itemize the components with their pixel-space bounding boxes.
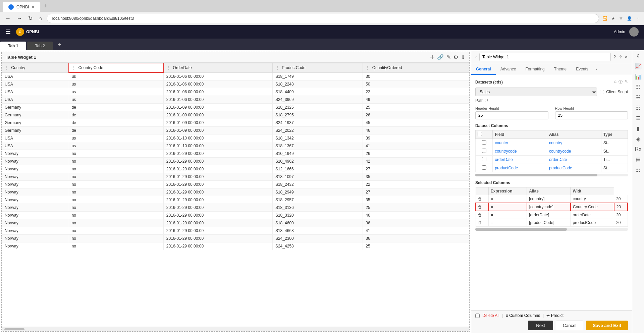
table-wrapper[interactable]: ⋮ Country ⋮ Country Code ⇦ ⋮ OrderDate [2,63,469,327]
download-icon[interactable]: ⇓ [461,54,465,60]
column-cell[interactable]: orderDate [493,156,547,164]
side-nav-map-icon[interactable]: ☷ [636,105,641,111]
column-cell[interactable]: country [547,139,601,147]
datasets-edit-icon[interactable]: ✎ [625,79,628,85]
column-checkbox[interactable] [482,165,486,170]
user-avatar[interactable] [629,27,639,37]
column-row[interactable]: productCodeproductCodeSt... [476,164,628,172]
trash-cell[interactable]: 🗑 [476,219,488,227]
trash-cell[interactable]: 🗑 [476,211,488,219]
drag-handle[interactable]: ⋮ [5,65,9,70]
h-scrollbar-thumb[interactable] [4,328,24,330]
selected-scroll-thumb[interactable] [475,228,567,231]
side-nav-layers-icon[interactable]: ☵ [636,94,641,101]
side-nav-table-icon[interactable]: ☷ [636,84,641,90]
delete-all-checkbox[interactable] [475,314,480,318]
column-checkbox-cell[interactable] [476,156,493,164]
column-cell[interactable]: countrycode [547,147,601,156]
bottom-scroll[interactable] [2,327,469,331]
column-cell[interactable]: orderDate [547,156,601,164]
alias-cell[interactable]: country [571,195,614,203]
link-icon[interactable]: 🔗 [437,54,444,60]
col-header-country[interactable]: ⋮ Country [2,63,69,72]
menu-icon[interactable]: ⋮ [636,16,640,21]
column-cell[interactable]: countrycode [493,147,547,156]
extension-icon[interactable]: ⚛ [619,16,623,21]
alias-cell[interactable]: Country Code [571,203,614,211]
header-height-input[interactable] [475,111,548,119]
home-button[interactable]: ⌂ [37,14,43,23]
panel-close-icon[interactable]: ✕ [625,55,628,59]
column-checkbox[interactable] [482,149,486,153]
dash-tab-2[interactable]: Tab 2 [27,42,53,50]
dash-tab-1[interactable]: Tab 1 [0,42,26,50]
column-cell[interactable]: productCode [493,164,547,172]
col-header-country-code[interactable]: ⋮ Country Code ⇦ [69,63,163,72]
side-nav-dashboard-icon[interactable]: ◊ [637,53,640,59]
predict-button[interactable]: ⇌ Predict [546,313,564,318]
selected-scrollbar[interactable] [475,228,628,231]
next-button[interactable]: Next [528,321,553,330]
panel-move-icon[interactable]: ✣ [619,55,622,59]
delete-all-button[interactable]: Delete All [482,313,499,318]
back-button[interactable]: ← [4,14,12,23]
bookmark-icon[interactable]: ★ [611,16,615,21]
add-tab-button[interactable]: + [54,39,65,50]
custom-columns-button[interactable]: ≡ Custom Columns [506,313,540,318]
tab-nav-right[interactable]: › [593,64,600,75]
column-row[interactable]: countrycountrySt... [476,139,628,147]
side-nav-chart-icon[interactable]: 📈 [635,63,642,69]
panel-name-input[interactable] [479,53,611,61]
new-browser-tab-button[interactable]: + [40,1,51,12]
datasets-info-icon[interactable]: ⓘ [619,79,623,85]
columns-scrollbar[interactable] [475,174,628,176]
tab-formatting[interactable]: Formatting [521,64,549,75]
side-nav-filter-icon[interactable]: 📊 [635,73,642,80]
browser-tab-close[interactable]: × [32,4,34,10]
column-cell[interactable]: productCode [547,164,601,172]
refresh-button[interactable]: ↻ [27,14,34,23]
trash-cell[interactable]: 🗑 [476,203,488,211]
select-all-checkbox[interactable] [478,132,482,136]
column-row[interactable]: orderDateorderDateTi... [476,156,628,164]
drag-handle-qty[interactable]: ⋮ [366,65,370,70]
column-row[interactable]: countrycodecountrycodeSt... [476,147,628,156]
settings-icon[interactable]: ⚙ [453,54,458,60]
side-nav-network-icon[interactable]: ◈ [636,136,640,142]
side-nav-bar-icon[interactable]: ▮ [637,125,640,132]
column-checkbox-cell[interactable] [476,147,493,156]
cancel-button[interactable]: Cancel [556,321,583,330]
tab-advance[interactable]: Advance [496,64,521,75]
side-nav-rx-icon[interactable]: Rx [635,146,642,152]
side-nav-doc-icon[interactable]: ▤ [636,156,641,163]
tab-general[interactable]: General [471,64,496,75]
alias-cell[interactable]: productCode [571,219,614,227]
profile-icon[interactable]: 👤 [627,16,632,21]
col-header-orderdate[interactable]: ⋮ OrderDate [163,63,272,72]
dataset-select[interactable]: Sales [475,88,597,96]
tab-events[interactable]: Events [571,64,593,75]
row-height-input[interactable] [555,111,628,119]
forward-button[interactable]: → [15,14,23,23]
edit-icon[interactable]: ✎ [446,54,451,60]
column-checkbox-cell[interactable] [476,139,493,147]
drag-handle-od[interactable]: ⋮ [166,65,170,70]
panel-help-icon[interactable]: ? [613,55,616,59]
column-checkbox[interactable] [482,157,486,161]
col-header-productcode[interactable]: ⋮ ProductCode [272,63,363,72]
client-script-checkbox[interactable] [600,90,604,94]
alias-cell[interactable]: orderDate [571,211,614,219]
trash-cell[interactable]: 🗑 [476,195,488,203]
address-bar[interactable]: localhost:8080/opnbi/dashboardEdit/105/t… [47,14,599,23]
column-cell[interactable]: country [493,139,547,147]
hamburger-menu[interactable]: ☰ [5,28,11,36]
save-exit-button[interactable]: Save and Exit [586,321,628,330]
tab-theme[interactable]: Theme [549,64,571,75]
side-nav-grid-icon[interactable]: ☷ [636,167,641,173]
column-checkbox-cell[interactable] [476,164,493,172]
col-header-quantity[interactable]: ⋮ QuantityOrdered [363,63,469,72]
columns-scroll-thumb[interactable] [475,174,597,176]
panel-back-icon[interactable]: ‹ [475,55,477,59]
browser-tab-opnbi[interactable]: OPNBI × [3,2,40,12]
datasets-home-icon[interactable]: ⌂ [614,79,616,85]
